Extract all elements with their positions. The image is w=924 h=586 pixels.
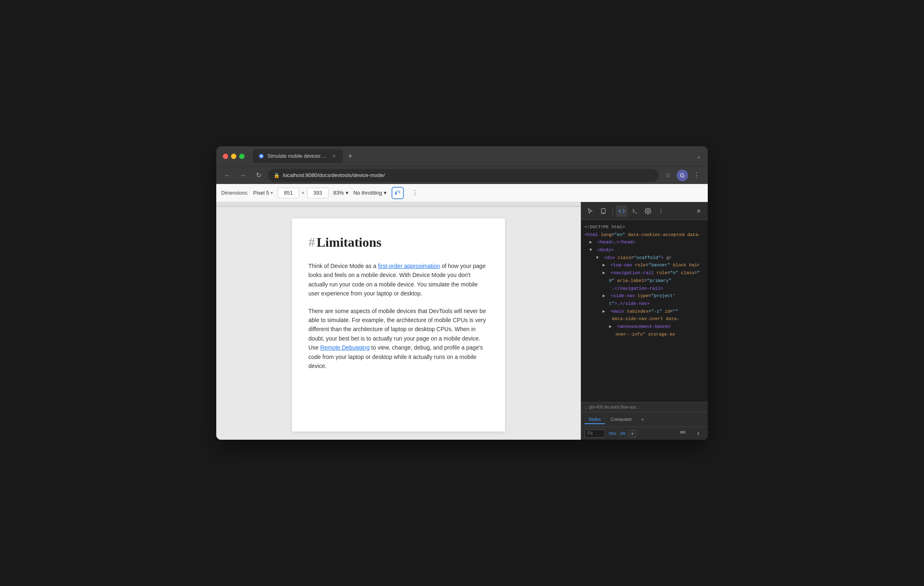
dom-line-side-nav-cont: t">…</side-nav> bbox=[581, 300, 708, 308]
refresh-button[interactable]: ↻ bbox=[252, 169, 265, 182]
inspect-icon bbox=[587, 208, 593, 214]
ruler-ticks-icon bbox=[216, 202, 581, 207]
heading-hash: # bbox=[308, 235, 315, 250]
device-mode-button[interactable] bbox=[598, 205, 609, 217]
filter-hov-tag[interactable]: :hov bbox=[608, 431, 616, 436]
page-heading: #Limitations bbox=[308, 235, 489, 250]
zoom-value: 83% bbox=[333, 190, 344, 196]
zoom-arrow-icon: ▾ bbox=[346, 190, 349, 196]
dom-line-main[interactable]: ▶ <main tabindex="-1" id="" bbox=[581, 308, 708, 316]
elements-panel-button[interactable] bbox=[616, 205, 627, 217]
maximize-button[interactable] bbox=[239, 154, 245, 159]
filter-extra-button-2[interactable] bbox=[692, 427, 704, 440]
dimensions-x-separator: × bbox=[301, 190, 305, 196]
rotate-icon bbox=[394, 190, 401, 196]
svg-point-1 bbox=[260, 155, 263, 157]
toolbar-separator bbox=[612, 207, 613, 215]
profile-button[interactable]: G bbox=[677, 170, 688, 181]
inspect-tool-button[interactable] bbox=[584, 205, 596, 217]
more-tools-button[interactable]: ⋮ bbox=[655, 205, 667, 217]
minimize-button[interactable] bbox=[231, 154, 236, 159]
tab-computed[interactable]: Computed bbox=[607, 415, 636, 424]
ruler-horizontal bbox=[216, 202, 581, 207]
filter-add-button[interactable]: + bbox=[629, 430, 636, 437]
dom-line-head[interactable]: ▶ <head>…</head> bbox=[581, 238, 708, 246]
dimensions-label: Dimensions: bbox=[221, 190, 248, 196]
dom-line-html[interactable]: <html lang="en" data-cookies-accepted da… bbox=[581, 231, 708, 239]
close-devtools-icon bbox=[696, 208, 702, 214]
dom-line-announcement[interactable]: ▶ <announcement-banner bbox=[581, 323, 708, 331]
width-input[interactable] bbox=[278, 188, 299, 198]
address-text: localhost:8080/docs/devtools/device-mode… bbox=[283, 172, 385, 178]
tab-close-icon[interactable]: ✕ bbox=[331, 153, 337, 159]
tab-list-button[interactable]: ⌄ bbox=[696, 153, 701, 159]
svg-rect-11 bbox=[683, 431, 685, 433]
new-tab-button[interactable]: + bbox=[344, 150, 356, 162]
tab-title: Simulate mobile devices with D bbox=[267, 153, 327, 159]
bookmark-icon[interactable]: ☆ bbox=[662, 169, 674, 182]
device-select-arrow-icon: ▾ bbox=[271, 191, 273, 195]
filter-icon-1 bbox=[680, 431, 686, 436]
dom-line-nav-rail[interactable]: ▶ <navigation-rail role="n" class="lg:pa… bbox=[581, 269, 708, 277]
traffic-lights bbox=[223, 154, 245, 159]
filter-icon-2 bbox=[695, 431, 701, 436]
forward-button[interactable]: → bbox=[237, 169, 249, 182]
rotate-button[interactable] bbox=[392, 187, 404, 199]
tab-more[interactable]: » bbox=[637, 415, 648, 424]
dom-line-nav-rail-end[interactable]: …</navigation-rail> bbox=[581, 285, 708, 293]
more-options-button[interactable]: ⋮ bbox=[409, 187, 421, 199]
active-tab[interactable]: Simulate mobile devices with D ✕ bbox=[253, 149, 343, 163]
paragraph-1: Think of Device Mode as a first-order ap… bbox=[308, 261, 489, 298]
device-select[interactable]: Pixel 5 ▾ bbox=[253, 190, 273, 196]
title-bar: Simulate mobile devices with D ✕ + ⌄ bbox=[216, 146, 708, 166]
filter-extra-button-1[interactable] bbox=[677, 427, 689, 440]
back-button[interactable]: ← bbox=[221, 169, 233, 182]
dimensions-input-group: × bbox=[278, 188, 328, 198]
devtools-status-bar: ... ght-400 div.stack.flow-spa ... bbox=[581, 402, 708, 412]
throttle-select[interactable]: No throttling ▾ bbox=[353, 190, 387, 196]
tab-styles[interactable]: Styles bbox=[584, 415, 605, 424]
dom-line-body[interactable]: ▼ <body> bbox=[581, 246, 708, 254]
zoom-select[interactable]: 83% ▾ bbox=[333, 190, 349, 196]
dom-line-side-nav[interactable]: ▶ <side-nav type="project' bbox=[581, 292, 708, 300]
status-bar-text: ... ght-400 div.stack.flow-spa ... bbox=[584, 405, 641, 409]
elements-icon bbox=[618, 208, 625, 214]
dom-tree: <!DOCTYPE html> <html lang="en" data-coo… bbox=[581, 220, 708, 402]
dom-line-main-attrs: data-side-nav-inert data- bbox=[581, 315, 708, 323]
dom-line-top-nav[interactable]: ▶ <top-nav role="banner" block hairline-… bbox=[581, 261, 708, 269]
devtools-filter-bar: :hov .cls + bbox=[581, 427, 708, 440]
settings-button[interactable] bbox=[642, 205, 654, 217]
device-name: Pixel 5 bbox=[253, 190, 269, 196]
filter-cls-tag[interactable]: .cls bbox=[619, 431, 625, 436]
throttle-value: No throttling bbox=[353, 190, 382, 196]
content-split: #Limitations Think of Device Mode as a f… bbox=[216, 202, 708, 440]
devtools-toolbar: ⋮ bbox=[581, 202, 708, 220]
devtools-panel: ⋮ <!DOCTYPE html> <html lang="en" d bbox=[581, 202, 708, 440]
settings-gear-icon bbox=[645, 208, 651, 214]
first-order-link[interactable]: first-order approximation bbox=[378, 263, 440, 269]
dom-line-announcement-cont: nner--info" storage-ke bbox=[581, 331, 708, 338]
dom-line-div-scaffold[interactable]: ▼ <div class="scaffold"> gr bbox=[581, 254, 708, 262]
device-toolbar: Dimensions: Pixel 5 ▾ × 83% ▾ No throttl… bbox=[216, 184, 708, 202]
page-content: #Limitations Think of Device Mode as a f… bbox=[292, 218, 505, 432]
height-input[interactable] bbox=[307, 188, 328, 198]
console-panel-button[interactable] bbox=[629, 205, 641, 217]
menu-button[interactable]: ⋮ bbox=[691, 169, 703, 182]
dom-line-nav-rail-cont: 0" aria-label="primary" bbox=[581, 277, 708, 285]
throttle-arrow-icon: ▾ bbox=[384, 190, 387, 196]
browser-window: Simulate mobile devices with D ✕ + ⌄ ← →… bbox=[216, 146, 708, 440]
address-bar[interactable]: 🔒 localhost:8080/docs/devtools/device-mo… bbox=[268, 169, 659, 182]
profile-icon: G bbox=[680, 172, 685, 179]
svg-point-7 bbox=[647, 210, 649, 212]
emulated-page: #Limitations Think of Device Mode as a f… bbox=[216, 202, 581, 440]
chrome-favicon-icon bbox=[258, 153, 264, 159]
console-icon bbox=[632, 208, 638, 214]
filter-input[interactable] bbox=[584, 429, 605, 438]
tabs-area: Simulate mobile devices with D ✕ + ⌄ bbox=[253, 149, 701, 163]
lock-icon: 🔒 bbox=[274, 173, 280, 178]
close-devtools-button[interactable] bbox=[693, 205, 704, 217]
close-button[interactable] bbox=[223, 154, 228, 159]
remote-debugging-link[interactable]: Remote Debugging bbox=[320, 344, 370, 351]
nav-bar: ← → ↻ 🔒 localhost:8080/docs/devtools/dev… bbox=[216, 166, 708, 184]
main-area: Dimensions: Pixel 5 ▾ × 83% ▾ No throttl… bbox=[216, 184, 708, 440]
